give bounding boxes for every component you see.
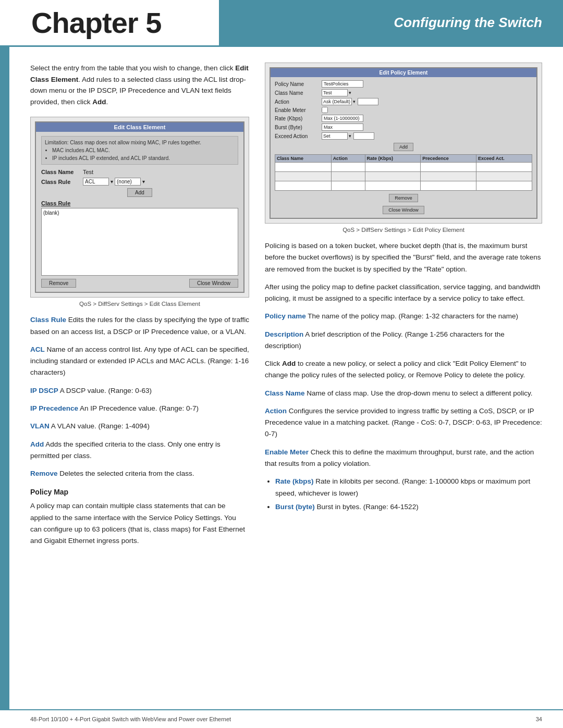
class-name-desc-text: Name of class map. Use the drop-down men… [307, 389, 532, 397]
burst-desc-text: Burst in bytes. (Range: 64-1522) [317, 503, 419, 511]
td-precedence [421, 163, 476, 172]
ip-dscp-para: IP DSCP A DSCP value. (Range: 0-63) [30, 385, 249, 397]
action-select[interactable]: Ask (Default) [322, 98, 352, 105]
th-class-name: Class Name [275, 155, 332, 163]
chapter-title: Chapter 5 [31, 6, 161, 40]
td-action [331, 163, 365, 172]
enable-meter-row: Enable Meter [275, 107, 532, 113]
burst-item: Burst (byte) Burst in bytes. (Range: 64-… [275, 501, 542, 513]
none-select[interactable]: (none) [115, 178, 141, 186]
burst-input[interactable]: Max [322, 124, 363, 131]
policy-dialog-titlebar: Edit Policy Element [271, 68, 536, 77]
rate-row: Rate (Kbps) Max (1-1000000) [275, 115, 532, 122]
class-rule-item: (blank) [43, 210, 236, 216]
close-window-button[interactable]: Close Window [189, 279, 238, 288]
add-term: Add [30, 440, 44, 448]
left-column: Select the entry from the table that you… [30, 63, 249, 553]
table-row [275, 163, 532, 172]
rate-burst-list: Rate (kbps) Rate in kilobits per second.… [275, 476, 542, 513]
table-header-row: Class Name Action Rate (Kbps) Precedence… [275, 155, 532, 163]
add-desc: Adds the specified criteria to the class… [30, 440, 221, 460]
policy-remove-button[interactable]: Remove [389, 194, 418, 202]
add-button[interactable]: Add [127, 188, 152, 197]
rate-desc-text: Rate in kilobits per second. (Range: 1-1… [275, 477, 530, 497]
action-desc-text: Configures the service provided to ingre… [265, 407, 542, 438]
ip-precedence-para: IP Precedence An IP Precedence value. (R… [30, 403, 249, 414]
table-row [275, 172, 532, 181]
footer-page-number: 34 [536, 716, 542, 722]
td-action2 [331, 172, 365, 181]
class-rule-listbox[interactable]: (blank) [41, 208, 238, 276]
policy-close-btn-row: Close Window [275, 205, 532, 215]
td-precedence2 [421, 172, 476, 181]
chapter-subtitle-area: Configuring the Switch [219, 0, 563, 45]
edit-class-dialog: Edit Class Element Limitation: Class map… [35, 121, 244, 293]
select-separator2: ▾ [142, 179, 145, 184]
add-para: Add Adds the specified criteria to the c… [30, 439, 249, 462]
policy-close-button[interactable]: Close Window [383, 206, 424, 214]
burst-term: Burst (byte) [275, 503, 315, 511]
burst-row: Burst (Byte) Max [275, 124, 532, 131]
acl-desc: Name of an access control list. Any type… [30, 346, 249, 377]
policing-para: Policing is based on a token bucket, whe… [265, 240, 542, 275]
action-input[interactable] [358, 98, 378, 105]
policy-name-para: Policy name The name of the policy map. … [265, 311, 542, 322]
exceed-input[interactable] [353, 132, 374, 140]
remove-para: Remove Deletes the selected criteria fro… [30, 468, 249, 479]
right-dialog-caption: QoS > DiffServ Settings > Edit Policy El… [265, 227, 542, 233]
class-rule-section-title: Class Rule [41, 200, 238, 206]
chapter-subtitle: Configuring the Switch [394, 15, 542, 31]
policy-name-input[interactable]: TestPolicies [322, 80, 363, 88]
class-name-para: Class Name Name of class map. Use the dr… [265, 388, 542, 399]
intro-paragraph: Select the entry from the table that you… [30, 63, 249, 107]
footer-left-text: 48-Port 10/100 + 4-Port Gigabit Switch w… [30, 716, 231, 722]
policy-dialog-body: Policy Name TestPolicies Class Name Test… [271, 77, 536, 218]
left-dialog-caption: QoS > DiffServ Settings > Edit Class Ele… [30, 301, 249, 307]
enable-meter-checkbox[interactable] [322, 107, 328, 113]
ip-dscp-desc: A DSCP value. (Range: 0-63) [60, 387, 152, 394]
acl-term: ACL [30, 346, 45, 353]
td-class-name [275, 163, 332, 172]
acl-para: ACL Name of an access control list. Any … [30, 344, 249, 379]
intro-bold-edit: Edit Class Element [30, 64, 249, 83]
exceed-select[interactable]: Set [322, 132, 348, 140]
description-para: Description A brief description of the P… [265, 329, 542, 352]
policy-name-row: Policy Name TestPolicies [275, 80, 532, 88]
class-rule-term: Class Rule [30, 316, 66, 324]
chapter-area: Chapter 5 [0, 0, 219, 45]
click-add-para: Click Add to create a new policy, or sel… [265, 358, 542, 381]
policy-name-label: Policy Name [275, 81, 322, 87]
burst-label: Burst (Byte) [275, 125, 322, 130]
th-action: Action [331, 155, 365, 163]
exceed-label: Exceed Action [275, 133, 322, 139]
class-name-chevron: ▾ [349, 90, 351, 95]
vlan-para: VLAN A VLAN value. (Range: 1-4094) [30, 421, 249, 432]
td-rate [365, 163, 421, 172]
two-col-section: Select the entry from the table that you… [30, 63, 542, 553]
rate-item: Rate (kbps) Rate in kilobits per second.… [275, 476, 542, 499]
action-chevron: ▾ [353, 99, 356, 104]
rate-input[interactable]: Max (1-1000000) [322, 115, 363, 122]
action-row: Action Ask (Default) ▾ [275, 98, 532, 105]
edit-policy-dialog: Edit Policy Element Policy Name TestPoli… [270, 67, 537, 219]
td-exceed2 [476, 172, 532, 181]
class-name-select[interactable]: Test [322, 89, 348, 96]
td-exceed [476, 163, 532, 172]
exceed-chevron: ▾ [349, 133, 351, 139]
right-column: Edit Policy Element Policy Name TestPoli… [265, 63, 542, 553]
enable-meter-term: Enable Meter [265, 448, 309, 456]
td-rate3 [365, 181, 421, 191]
remove-button[interactable]: Remove [41, 279, 76, 288]
policy-map-para: A policy map can contain multiple class … [30, 500, 249, 547]
edit-class-element-screenshot: Edit Class Element Limitation: Class map… [30, 117, 249, 298]
acl-select[interactable]: ACL [83, 178, 109, 186]
th-rate: Rate (Kbps) [365, 155, 421, 163]
policy-add-button[interactable]: Add [394, 143, 413, 151]
class-rule-row: Class Rule ACL ▾ (none) ▾ [41, 178, 238, 186]
th-precedence: Precedence [421, 155, 476, 163]
class-rule-label: Class Rule [41, 179, 83, 185]
vlan-term: VLAN [30, 422, 50, 430]
remove-desc: Deletes the selected criteria from the c… [59, 470, 194, 477]
td-class-name3 [275, 181, 332, 191]
td-rate2 [365, 172, 421, 181]
